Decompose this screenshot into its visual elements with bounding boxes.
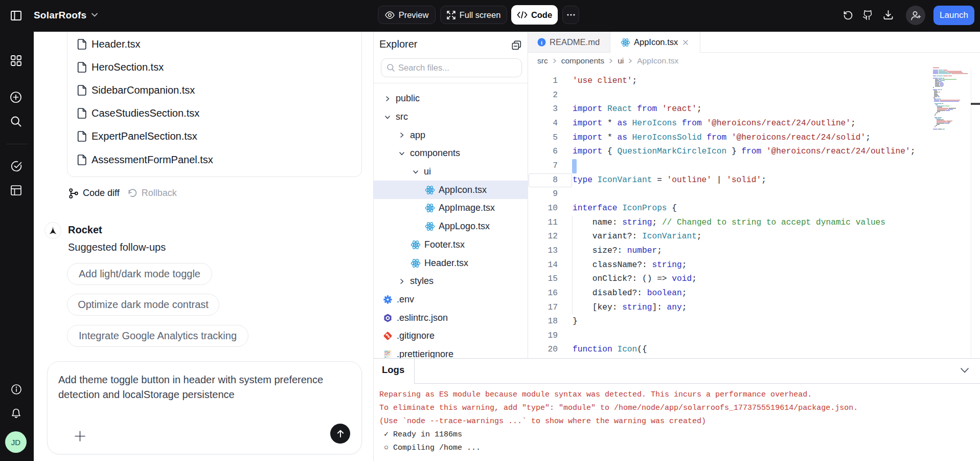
svg-text:i: i [541,39,542,46]
